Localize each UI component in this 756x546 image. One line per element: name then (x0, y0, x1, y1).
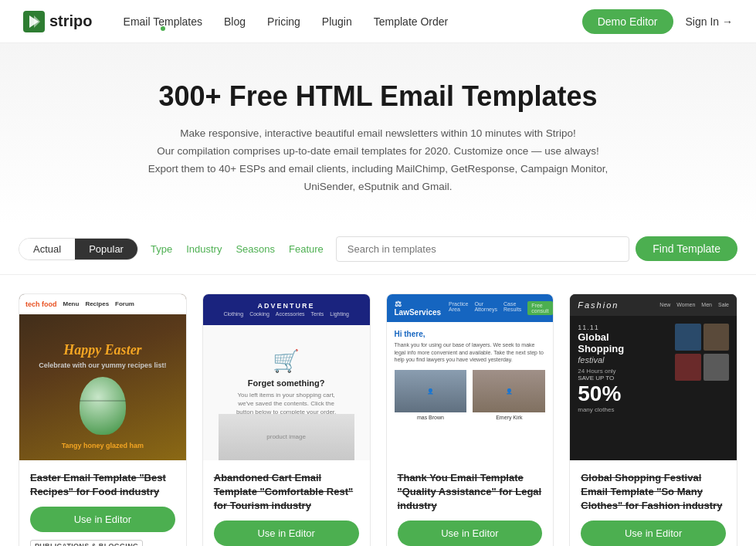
search-input[interactable] (336, 236, 630, 262)
navbar-actions: Demo Editor Sign In → (582, 9, 733, 34)
hero-description: Make responsive, interactive beautiful e… (131, 125, 625, 196)
tab-popular[interactable]: Popular (75, 239, 137, 259)
search-area: Find Template (336, 236, 737, 262)
filter-industry[interactable]: Industry (186, 243, 222, 255)
nav-plugin[interactable]: Plugin (322, 15, 352, 28)
template-tags-easter: PUBLICATIONS & BLOGGING FOOD (30, 540, 175, 546)
template-title-cart: Abandoned Cart Email Template "Comfortab… (214, 471, 359, 514)
filter-type[interactable]: Type (151, 243, 172, 255)
template-body-fashion: Global Shopping Festival Email Template … (570, 460, 737, 546)
tag-publications: PUBLICATIONS & BLOGGING (30, 540, 143, 546)
use-in-editor-cart[interactable]: Use in Editor (214, 521, 359, 546)
template-preview-easter: tech food MenuRecipesForum Happy Easter … (19, 294, 186, 460)
template-card-legal: ⚖ LawServices Practice AreaOur Attorneys… (386, 293, 554, 546)
use-in-editor-fashion[interactable]: Use in Editor (581, 521, 726, 546)
nav-pricing[interactable]: Pricing (267, 15, 300, 28)
navbar: stripo Email Templates Blog Pricing Plug… (0, 0, 756, 43)
template-card-cart: ADVENTURE ClothingCookingAccessoriesTent… (202, 293, 371, 546)
nav-links: Email Templates Blog Pricing Plugin Temp… (124, 15, 582, 28)
template-title-fashion: Global Shopping Festival Email Template … (581, 471, 726, 514)
hero-title: 300+ Free HTML Email Templates (15, 80, 741, 113)
template-body-legal: Thank You Email Template "Quality Assist… (387, 460, 554, 546)
tab-actual[interactable]: Actual (19, 239, 75, 259)
filter-seasons[interactable]: Seasons (236, 243, 275, 255)
template-card-easter: tech food MenuRecipesForum Happy Easter … (19, 293, 187, 546)
template-preview-legal: ⚖ LawServices Practice AreaOur Attorneys… (387, 294, 554, 460)
hero-section: 300+ Free HTML Email Templates Make resp… (0, 43, 756, 224)
template-body-cart: Abandoned Cart Email Template "Comfortab… (203, 460, 370, 546)
nav-email-templates[interactable]: Email Templates (124, 15, 202, 28)
template-preview-fashion: Fashion NewWomenMenSale 11.11 GlobalShop… (570, 294, 737, 460)
filter-bar: Actual Popular Type Industry Seasons Fea… (0, 224, 756, 275)
template-body-easter: Easter Email Template "Best Recipes" for… (19, 460, 186, 546)
site-logo[interactable]: stripo (23, 11, 93, 32)
signin-button[interactable]: Sign In → (686, 15, 733, 28)
filter-links: Type Industry Seasons Feature (151, 243, 324, 255)
demo-editor-button[interactable]: Demo Editor (582, 9, 673, 34)
nav-template-order[interactable]: Template Order (374, 15, 448, 28)
find-template-button[interactable]: Find Template (636, 236, 737, 261)
template-title-legal: Thank You Email Template "Quality Assist… (398, 471, 543, 514)
template-card-fashion: Fashion NewWomenMenSale 11.11 GlobalShop… (569, 293, 737, 546)
template-grid: tech food MenuRecipesForum Happy Easter … (0, 275, 756, 546)
use-in-editor-easter[interactable]: Use in Editor (30, 507, 175, 532)
filter-feature[interactable]: Feature (289, 243, 324, 255)
filter-tabs: Actual Popular (19, 238, 138, 260)
nav-blog[interactable]: Blog (224, 15, 246, 28)
template-title-easter: Easter Email Template "Best Recipes" for… (30, 471, 175, 499)
logo-text: stripo (49, 12, 93, 30)
template-preview-cart: ADVENTURE ClothingCookingAccessoriesTent… (203, 294, 370, 460)
use-in-editor-legal[interactable]: Use in Editor (398, 521, 543, 546)
